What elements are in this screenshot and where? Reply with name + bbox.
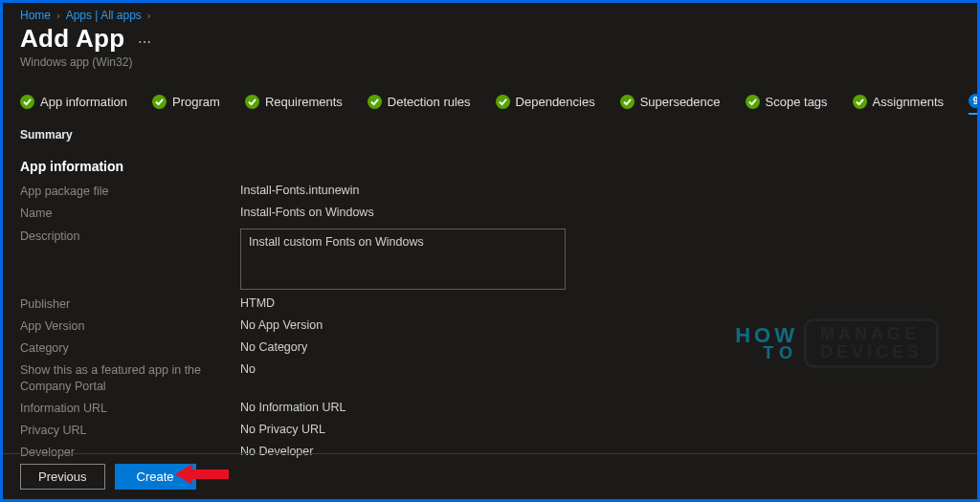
label-publisher: Publisher <box>20 296 240 312</box>
check-icon <box>853 95 867 109</box>
more-actions-button[interactable]: ⋯ <box>138 34 151 50</box>
wizard-tabs: App information Program Requirements Det… <box>20 94 960 115</box>
tab-program[interactable]: Program <box>152 95 220 114</box>
label-app-version: App Version <box>20 318 240 334</box>
breadcrumb-apps[interactable]: Apps | All apps <box>66 9 142 22</box>
value-publisher: HTMD <box>240 296 275 310</box>
tab-scope-tags[interactable]: Scope tags <box>746 95 828 114</box>
section-title-app-info: App information <box>20 159 960 174</box>
page-subtitle: Windows app (Win32) <box>20 55 960 69</box>
check-icon <box>368 95 382 109</box>
label-category: Category <box>20 340 240 356</box>
value-category: No Category <box>240 340 307 354</box>
tab-assignments[interactable]: Assignments <box>853 95 944 114</box>
tab-label: Requirements <box>265 95 343 109</box>
chevron-right-icon: › <box>147 10 151 21</box>
create-button[interactable]: Create <box>115 464 196 490</box>
label-info-url: Information URL <box>20 401 240 416</box>
step-number-icon: 9 <box>969 94 980 108</box>
tab-label: Dependencies <box>516 95 595 109</box>
value-featured: No <box>240 362 256 376</box>
value-name: Install-Fonts on Windows <box>240 206 374 219</box>
label-description: Description <box>20 229 240 244</box>
tab-requirements[interactable]: Requirements <box>245 95 343 114</box>
wizard-footer: Previous Create <box>3 453 977 499</box>
value-privacy-url: No Privacy URL <box>240 423 325 436</box>
tab-dependencies[interactable]: Dependencies <box>496 95 595 114</box>
check-icon <box>152 95 167 109</box>
tab-label: App information <box>40 95 127 109</box>
summary-label: Summary <box>20 128 960 142</box>
breadcrumb: Home › Apps | All apps › <box>20 9 960 22</box>
tab-label: Scope tags <box>766 95 828 109</box>
label-privacy-url: Privacy URL <box>20 423 240 438</box>
tab-label: Assignments <box>873 95 944 109</box>
tab-supersedence[interactable]: Supersedence <box>620 95 721 114</box>
tab-detection-rules[interactable]: Detection rules <box>368 95 471 114</box>
value-info-url: No Information URL <box>240 401 345 414</box>
tab-label: Program <box>172 95 220 109</box>
check-icon <box>245 95 259 109</box>
tab-review-create[interactable]: 9 Review + create <box>969 94 980 115</box>
label-featured: Show this as a featured app in the Compa… <box>20 362 240 394</box>
check-icon <box>20 95 34 109</box>
check-icon <box>620 95 635 109</box>
check-icon <box>496 95 510 109</box>
check-icon <box>746 95 760 109</box>
chevron-right-icon: › <box>56 10 60 21</box>
breadcrumb-home[interactable]: Home <box>20 9 51 22</box>
tab-app-information[interactable]: App information <box>20 95 127 114</box>
value-description: Install custom Fonts on Windows <box>240 229 566 290</box>
value-app-package-file: Install-Fonts.intunewin <box>240 184 359 197</box>
previous-button[interactable]: Previous <box>20 464 105 490</box>
value-app-version: No App Version <box>240 318 323 332</box>
page-title: Add App <box>20 24 124 54</box>
tab-label: Supersedence <box>640 95 721 109</box>
tab-label: Detection rules <box>388 95 471 109</box>
label-name: Name <box>20 206 240 221</box>
label-app-package-file: App package file <box>20 184 240 199</box>
